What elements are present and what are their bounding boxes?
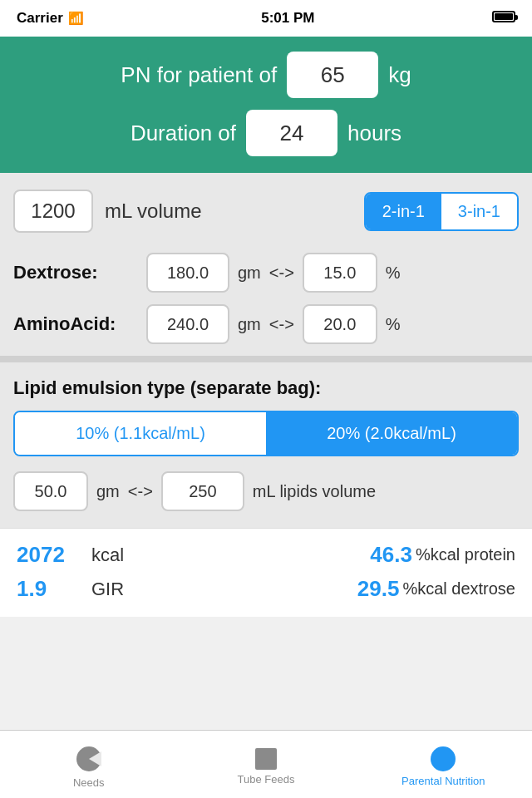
tab-tube-feeds[interactable]: Tube Feeds: [177, 743, 354, 786]
gir-value: 1.9: [17, 576, 91, 602]
dextrose-row: Dextrose: gm <-> %: [13, 253, 519, 293]
status-bar: Carrier 📶 5:01 PM: [0, 0, 532, 37]
weight-input[interactable]: [287, 52, 378, 98]
duration-row: Duration of hours: [17, 110, 515, 156]
tab-bar: Needs Tube Feeds Parental Nutrition: [0, 730, 532, 798]
header-section: PN for patient of kg Duration of hours: [0, 37, 532, 173]
tab-needs-label: Needs: [73, 776, 105, 789]
tab-parental-nutrition-label: Parental Nutrition: [401, 775, 485, 787]
main-content: mL volume 2-in-1 3-in-1 Dextrose: gm <->…: [0, 173, 532, 528]
carrier-text: Carrier: [17, 10, 63, 27]
kcal-unit: kcal: [91, 544, 354, 566]
lipid-10pct-button[interactable]: 10% (1.1kcal/mL): [15, 412, 266, 455]
needs-icon: [75, 745, 103, 773]
dextrose-gm-input[interactable]: [146, 253, 229, 293]
lipid-row: gm <-> mL lipids volume: [13, 471, 519, 511]
lipid-toggle-group: 10% (1.1kcal/mL) 20% (2.0kcal/mL): [13, 411, 519, 456]
lipid-title: Lipid emulsion type (separate bag):: [13, 377, 519, 399]
duration-label-1: Duration of: [131, 121, 236, 146]
tab-parental-nutrition[interactable]: Parental Nutrition: [355, 741, 532, 787]
aminoacid-arrow: <->: [269, 315, 294, 334]
kcal-value: 2072: [17, 542, 91, 568]
time-display: 5:01 PM: [261, 10, 314, 27]
toggle-2in1-button[interactable]: 2-in-1: [366, 194, 441, 229]
toggle-3in1-button[interactable]: 3-in-1: [441, 194, 517, 229]
lipid-vol-unit: mL lipids volume: [253, 482, 376, 501]
pn-label-2: kg: [388, 62, 411, 88]
dextrose-unit: gm: [238, 264, 261, 283]
aminoacid-pct-unit: %: [386, 315, 401, 334]
aminoacid-unit: gm: [238, 315, 261, 334]
protein-pct-value: 46.3: [354, 542, 412, 568]
result-row-2: 1.9 GIR 29.5 %kcal dextrose: [17, 576, 515, 602]
duration-input[interactable]: [246, 110, 337, 156]
solution-toggle-group: 2-in-1 3-in-1: [364, 192, 519, 231]
tab-tube-feeds-label: Tube Feeds: [238, 773, 295, 786]
tab-needs[interactable]: Needs: [0, 740, 177, 789]
pn-label-1: PN for patient of: [121, 62, 277, 88]
lipid-20pct-button[interactable]: 20% (2.0kcal/mL): [266, 412, 517, 455]
dextrose-pct-unit: %: [386, 264, 401, 283]
lipid-arrow: <->: [128, 482, 153, 501]
carrier-info: Carrier 📶: [17, 10, 84, 27]
tube-feeds-icon: [255, 748, 277, 770]
volume-input[interactable]: [13, 190, 93, 233]
dextrose-pct-value: 29.5: [341, 576, 399, 602]
parental-nutrition-icon: [431, 746, 456, 771]
dextrose-label: Dextrose:: [13, 262, 138, 283]
duration-label-2: hours: [347, 121, 401, 146]
pn-row: PN for patient of kg: [17, 52, 515, 98]
volume-label: mL volume: [105, 200, 352, 223]
aminoacid-row: AminoAcid: gm <-> %: [13, 304, 519, 344]
result-row-1: 2072 kcal 46.3 %kcal protein: [17, 542, 515, 568]
aminoacid-label: AminoAcid:: [13, 313, 138, 335]
protein-pct-label: %kcal protein: [416, 545, 515, 564]
section-divider: [0, 356, 532, 362]
volume-row: mL volume 2-in-1 3-in-1: [13, 190, 519, 233]
lipid-section: Lipid emulsion type (separate bag): 10% …: [13, 377, 519, 511]
aminoacid-pct-input[interactable]: [303, 304, 377, 344]
dextrose-arrow: <->: [269, 264, 294, 283]
results-section: 2072 kcal 46.3 %kcal protein 1.9 GIR 29.…: [0, 528, 532, 617]
lipid-vol-input[interactable]: [161, 471, 244, 511]
aminoacid-gm-input[interactable]: [146, 304, 229, 344]
dextrose-pct-input[interactable]: [303, 253, 377, 293]
wifi-icon: 📶: [68, 11, 84, 26]
dextrose-pct-label: %kcal dextrose: [402, 579, 515, 598]
lipid-unit: gm: [96, 482, 120, 501]
battery-icon: [492, 10, 515, 27]
lipid-gm-input[interactable]: [13, 471, 88, 511]
gir-unit: GIR: [91, 579, 341, 600]
